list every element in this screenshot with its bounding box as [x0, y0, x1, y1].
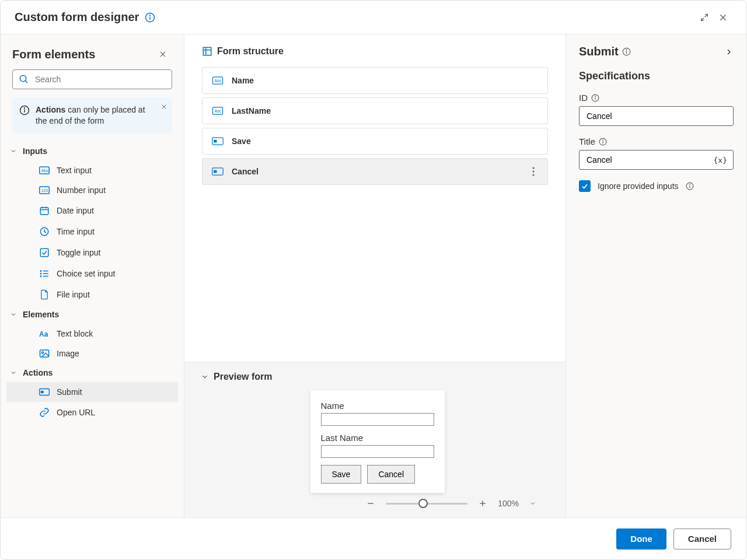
- item-number-input[interactable]: 123 Number input: [6, 180, 178, 200]
- svg-point-29: [40, 276, 41, 277]
- item-image[interactable]: Image: [6, 344, 178, 363]
- submit-icon: [212, 137, 224, 145]
- preview-input-lastname[interactable]: [321, 445, 434, 458]
- file-icon: [39, 289, 50, 300]
- info-icon[interactable]: [591, 94, 599, 102]
- dialog-title: Custom form designer: [15, 10, 139, 24]
- search-input[interactable]: [12, 69, 172, 89]
- image-icon: [39, 349, 50, 358]
- zoom-in-icon[interactable]: [478, 499, 487, 508]
- svg-point-32: [42, 352, 44, 354]
- structure-item-cancel[interactable]: Cancel: [202, 158, 548, 185]
- category-inputs[interactable]: Inputs: [6, 142, 178, 160]
- done-button[interactable]: Done: [616, 528, 666, 550]
- close-icon[interactable]: [714, 8, 732, 27]
- preview-form-title: Preview form: [214, 372, 272, 382]
- structure-item-save[interactable]: Save: [202, 128, 548, 155]
- properties-title: Submit: [579, 45, 619, 58]
- chevron-down-icon[interactable]: [529, 500, 536, 507]
- preview-label-lastname: Last Name: [321, 433, 434, 443]
- svg-text:Abc: Abc: [215, 79, 222, 83]
- preview-input-name[interactable]: [321, 413, 434, 426]
- svg-point-28: [40, 273, 41, 274]
- item-open-url[interactable]: Open URL: [6, 402, 178, 423]
- svg-rect-43: [214, 140, 217, 143]
- svg-point-46: [533, 167, 535, 169]
- structure-item-lastname[interactable]: Abc LastName: [202, 97, 548, 124]
- expand-icon[interactable]: [695, 8, 714, 27]
- svg-rect-31: [40, 350, 49, 357]
- info-icon[interactable]: [686, 182, 694, 190]
- submit-icon: [212, 167, 224, 176]
- cancel-button[interactable]: Cancel: [673, 528, 731, 550]
- link-icon: [39, 407, 50, 418]
- dismiss-banner-icon[interactable]: [160, 103, 167, 110]
- close-panel-icon[interactable]: [153, 45, 172, 64]
- item-text-input[interactable]: Abc Text input: [6, 160, 178, 180]
- svg-text:123: 123: [41, 188, 48, 192]
- svg-line-8: [25, 80, 27, 83]
- preview-save-button[interactable]: Save: [321, 465, 362, 484]
- info-icon[interactable]: [622, 47, 631, 56]
- item-file-input[interactable]: File input: [6, 284, 178, 305]
- number-input-icon: 123: [39, 186, 50, 194]
- form-structure-icon: [202, 46, 212, 57]
- svg-point-57: [595, 96, 596, 96]
- id-label: ID: [579, 93, 588, 103]
- form-elements-title: Form elements: [12, 48, 153, 61]
- list-icon: [39, 268, 50, 279]
- submit-icon: [39, 388, 50, 396]
- svg-point-54: [626, 50, 627, 50]
- search-icon: [19, 74, 29, 85]
- svg-rect-34: [41, 391, 44, 393]
- preview-cancel-button[interactable]: Cancel: [367, 465, 415, 484]
- form-structure-title: Form structure: [217, 46, 284, 57]
- svg-rect-23: [40, 249, 48, 257]
- svg-point-47: [533, 171, 535, 173]
- text-input-icon: Abc: [212, 76, 224, 85]
- title-label: Title: [579, 136, 595, 146]
- item-date-input[interactable]: Date input: [6, 200, 178, 221]
- item-choice-set-input[interactable]: Choice set input: [6, 263, 178, 284]
- structure-item-name[interactable]: Abc Name: [202, 67, 548, 94]
- more-icon[interactable]: [529, 163, 538, 180]
- info-icon[interactable]: [145, 12, 155, 23]
- chevron-down-icon: [10, 369, 17, 376]
- chevron-right-icon[interactable]: [724, 47, 734, 57]
- title-input[interactable]: {x}: [579, 150, 734, 170]
- expression-icon[interactable]: {x}: [714, 156, 727, 164]
- calendar-icon: [39, 205, 50, 216]
- svg-text:Abc: Abc: [41, 168, 49, 173]
- category-elements[interactable]: Elements: [6, 305, 178, 324]
- chevron-down-icon: [10, 311, 17, 318]
- zoom-level: 100%: [498, 499, 519, 508]
- svg-point-2: [150, 15, 151, 15]
- category-actions[interactable]: Actions: [6, 363, 178, 382]
- svg-rect-45: [214, 170, 217, 173]
- item-toggle-input[interactable]: Toggle input: [6, 242, 178, 263]
- chevron-down-icon[interactable]: [201, 373, 209, 381]
- id-input[interactable]: [579, 106, 734, 126]
- zoom-slider[interactable]: [386, 503, 467, 505]
- item-text-block[interactable]: Aa Text block: [6, 324, 178, 344]
- info-icon: [19, 105, 30, 116]
- info-icon[interactable]: [599, 138, 607, 146]
- svg-point-63: [689, 184, 690, 185]
- svg-point-48: [533, 174, 535, 176]
- chevron-down-icon: [10, 148, 17, 155]
- item-submit[interactable]: Submit: [6, 382, 178, 402]
- item-time-input[interactable]: Time input: [6, 221, 178, 242]
- svg-text:Abc: Abc: [215, 109, 222, 113]
- svg-point-11: [25, 108, 25, 108]
- svg-text:Aa: Aa: [39, 330, 48, 338]
- info-banner: Actions can only be placed at the end of…: [12, 97, 172, 134]
- ignore-inputs-checkbox[interactable]: [579, 180, 591, 192]
- specifications-title: Specifications: [579, 70, 734, 82]
- preview-label-name: Name: [321, 401, 434, 411]
- svg-point-60: [602, 139, 603, 140]
- svg-point-7: [20, 75, 26, 82]
- ignore-inputs-label: Ignore provided inputs: [598, 181, 679, 191]
- zoom-out-icon[interactable]: [366, 499, 375, 508]
- text-input-icon: Abc: [212, 107, 224, 115]
- preview-card: Name Last Name Save Cancel: [310, 390, 445, 493]
